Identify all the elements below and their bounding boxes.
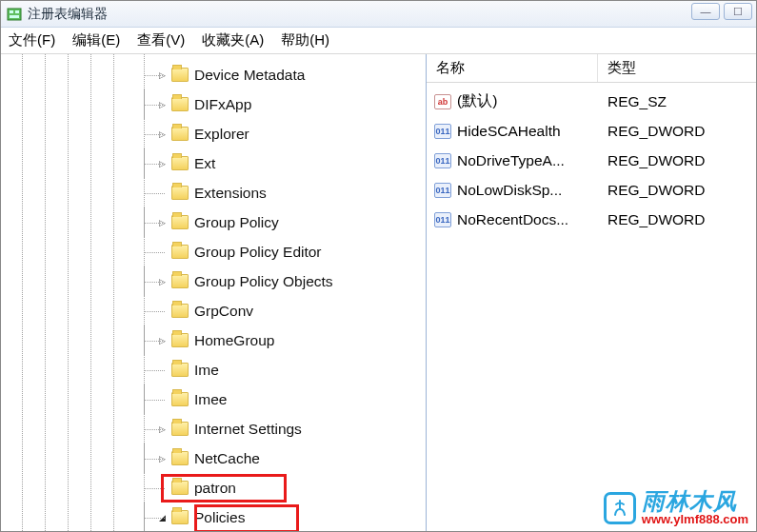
- tree-item-policies[interactable]: ◢Policies: [1, 502, 426, 531]
- tree-item-label: HomeGroup: [194, 332, 274, 349]
- watermark-text: 雨林木风: [642, 490, 748, 513]
- value-name: NoDriveTypeA...: [457, 152, 565, 169]
- registry-value-row[interactable]: ab(默认)REG_SZ: [427, 87, 756, 116]
- tree-item-ime[interactable]: Ime: [1, 355, 426, 384]
- folder-icon: [171, 245, 189, 259]
- maximize-button[interactable]: ☐: [724, 3, 752, 20]
- expander-icon[interactable]: [157, 246, 168, 257]
- tree-item-label: GrpConv: [194, 303, 253, 320]
- folder-icon: [171, 333, 189, 347]
- menu-view[interactable]: 查看(V): [137, 31, 185, 49]
- tree-item-group-policy-objects[interactable]: ▷Group Policy Objects: [1, 266, 426, 296]
- tree-pane[interactable]: ▷Device Metadata▷DIFxApp▷Explorer▷ExtExt…: [1, 54, 427, 531]
- value-name: NoRecentDocs...: [457, 211, 568, 228]
- value-name: HideSCAHealth: [457, 123, 561, 140]
- col-header-name[interactable]: 名称: [427, 54, 598, 82]
- binary-value-icon: 011: [434, 183, 451, 198]
- value-type: REG_SZ: [598, 93, 756, 110]
- svg-rect-3: [10, 15, 19, 18]
- tree-item-group-policy[interactable]: ▷Group Policy: [1, 207, 426, 237]
- folder-icon: [171, 186, 189, 200]
- list-header: 名称 类型: [427, 54, 756, 83]
- registry-value-row[interactable]: 011NoRecentDocs...REG_DWORD: [427, 205, 756, 234]
- tree-item-label: Device Metadata: [194, 67, 305, 84]
- expander-icon[interactable]: ◢: [157, 512, 168, 522]
- value-type: REG_DWORD: [598, 123, 756, 140]
- tree-item-group-policy-editor[interactable]: Group Policy Editor: [1, 237, 426, 266]
- registry-value-row[interactable]: 011NoLowDiskSp...REG_DWORD: [427, 175, 756, 205]
- menubar: 文件(F) 编辑(E) 查看(V) 收藏夹(A) 帮助(H): [1, 28, 756, 54]
- minimize-button[interactable]: —: [691, 3, 720, 20]
- expander-icon[interactable]: [157, 305, 168, 316]
- folder-icon: [171, 510, 189, 524]
- tree-item-grpconv[interactable]: GrpConv: [1, 296, 426, 325]
- expander-icon[interactable]: ▷: [157, 128, 168, 139]
- titlebar: 注册表编辑器 — ☐: [1, 1, 756, 28]
- watermark: 雨林木风 www.ylmf888.com: [604, 490, 748, 525]
- tree-item-label: Extensions: [194, 185, 267, 202]
- tree-item-label: Group Policy Editor: [194, 244, 322, 261]
- expander-icon[interactable]: [157, 365, 168, 375]
- window-title: 注册表编辑器: [28, 6, 108, 23]
- folder-icon: [171, 304, 189, 318]
- tree-item-label: Group Policy Objects: [194, 273, 333, 290]
- expander-icon[interactable]: ▷: [157, 453, 168, 463]
- string-value-icon: ab: [434, 94, 451, 109]
- value-name: NoLowDiskSp...: [457, 182, 562, 199]
- expander-icon[interactable]: ▷: [157, 217, 168, 227]
- list-pane[interactable]: 名称 类型 ab(默认)REG_SZ011HideSCAHealthREG_DW…: [427, 54, 756, 531]
- folder-icon: [171, 127, 189, 141]
- registry-value-row[interactable]: 011NoDriveTypeA...REG_DWORD: [427, 146, 756, 175]
- menu-file[interactable]: 文件(F): [9, 31, 55, 49]
- value-type: REG_DWORD: [598, 152, 756, 169]
- svg-rect-1: [10, 10, 13, 13]
- expander-icon[interactable]: [157, 483, 168, 493]
- tree-item-patron[interactable]: patron: [1, 473, 426, 502]
- value-type: REG_DWORD: [598, 211, 756, 228]
- folder-icon: [171, 481, 189, 495]
- col-header-type[interactable]: 类型: [598, 54, 756, 82]
- binary-value-icon: 011: [434, 124, 451, 139]
- expander-icon[interactable]: ▷: [157, 276, 168, 286]
- binary-value-icon: 011: [434, 212, 451, 227]
- tree-item-label: NetCache: [194, 450, 260, 467]
- tree-item-label: patron: [194, 480, 236, 497]
- expander-icon[interactable]: [157, 187, 168, 198]
- expander-icon[interactable]: ▷: [157, 335, 168, 345]
- expander-icon[interactable]: [157, 394, 168, 404]
- tree-item-device-metadata[interactable]: ▷Device Metadata: [1, 60, 426, 89]
- value-name: (默认): [457, 91, 497, 111]
- tree-item-internet-settings[interactable]: ▷Internet Settings: [1, 414, 426, 443]
- tree-item-difxapp[interactable]: ▷DIFxApp: [1, 89, 426, 119]
- folder-icon: [171, 215, 189, 229]
- tree-item-label: Group Policy: [194, 214, 279, 231]
- regedit-icon: [7, 7, 22, 22]
- tree-item-explorer[interactable]: ▷Explorer: [1, 119, 426, 148]
- menu-help[interactable]: 帮助(H): [281, 31, 329, 49]
- tree-item-ext[interactable]: ▷Ext: [1, 148, 426, 178]
- tree-item-netcache[interactable]: ▷NetCache: [1, 443, 426, 473]
- tree-item-label: Ext: [194, 155, 215, 172]
- window-controls: — ☐: [691, 3, 752, 20]
- registry-value-row[interactable]: 011HideSCAHealthREG_DWORD: [427, 116, 756, 146]
- expander-icon[interactable]: ▷: [157, 424, 168, 434]
- tree-item-label: Imee: [194, 391, 227, 408]
- tree-item-homegroup[interactable]: ▷HomeGroup: [1, 325, 426, 355]
- tree-item-extensions[interactable]: Extensions: [1, 178, 426, 207]
- watermark-logo-icon: [604, 492, 636, 524]
- svg-rect-2: [15, 10, 19, 13]
- tree-item-label: DIFxApp: [194, 96, 251, 113]
- tree-item-imee[interactable]: Imee: [1, 384, 426, 414]
- folder-icon: [171, 422, 189, 436]
- expander-icon[interactable]: ▷: [157, 69, 168, 80]
- expander-icon[interactable]: ▷: [157, 158, 168, 168]
- content-area: ▷Device Metadata▷DIFxApp▷Explorer▷ExtExt…: [1, 54, 756, 531]
- watermark-url: www.ylmf888.com: [642, 513, 748, 525]
- folder-icon: [171, 363, 189, 377]
- menu-edit[interactable]: 编辑(E): [72, 31, 120, 49]
- menu-favorites[interactable]: 收藏夹(A): [202, 31, 264, 49]
- folder-icon: [171, 392, 189, 406]
- expander-icon[interactable]: ▷: [157, 99, 168, 109]
- tree-item-label: Internet Settings: [194, 421, 302, 438]
- folder-icon: [171, 156, 189, 170]
